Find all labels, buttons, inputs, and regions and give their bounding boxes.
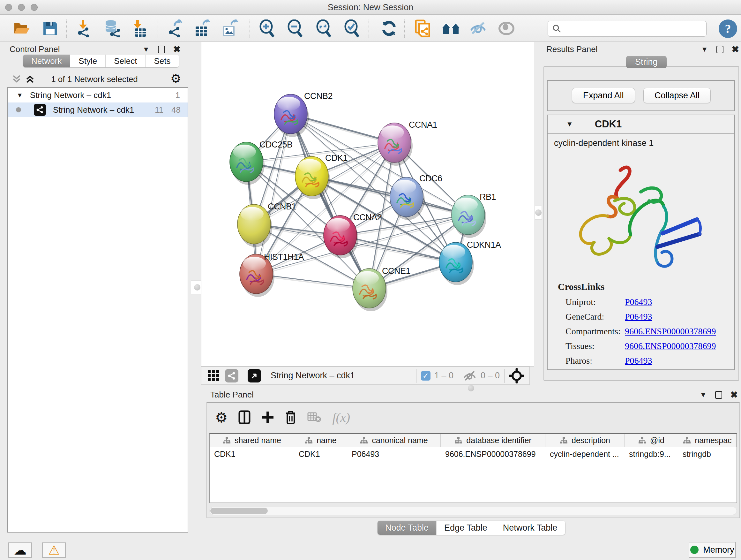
network-canvas[interactable]: CCNB2CCNA1CDC25BCDK1CDC6RB1CCNB1CCNA2CDK… bbox=[201, 42, 534, 367]
import-network-database-icon[interactable] bbox=[101, 18, 122, 39]
open-in-browser-icon[interactable] bbox=[248, 369, 261, 382]
table-panel-maximize-button[interactable] bbox=[715, 391, 722, 399]
network-share-icon[interactable] bbox=[225, 369, 239, 382]
results-panel-maximize-button[interactable] bbox=[717, 46, 724, 53]
table-cell[interactable]: CDK1 bbox=[210, 447, 294, 461]
table-panel-title: Table Panel bbox=[210, 390, 254, 400]
search-field[interactable] bbox=[548, 21, 706, 37]
toolbar-divider bbox=[404, 19, 405, 38]
gene-header[interactable]: ▼ CDK1 bbox=[548, 115, 734, 134]
control-panel-tabs: Network Style Select Sets bbox=[23, 55, 179, 67]
tab-style[interactable]: Style bbox=[70, 55, 106, 67]
table-cell[interactable]: cyclin-dependent ... bbox=[545, 447, 624, 461]
export-table-icon[interactable] bbox=[192, 18, 213, 39]
import-table-icon[interactable] bbox=[128, 18, 149, 39]
first-neighbors-icon[interactable] bbox=[441, 18, 461, 39]
create-column-icon[interactable] bbox=[261, 410, 274, 424]
new-network-from-selection-icon[interactable] bbox=[412, 18, 433, 39]
node-CCNB2[interactable]: CCNB2 bbox=[274, 91, 333, 137]
collapse-all-button[interactable]: Collapse All bbox=[643, 88, 711, 103]
hidden-elements-icon[interactable] bbox=[463, 370, 477, 381]
table-cell[interactable]: stringdb bbox=[678, 447, 737, 461]
tab-network[interactable]: Network bbox=[23, 55, 70, 67]
pan-mode-icon[interactable] bbox=[509, 368, 524, 383]
help-button[interactable]: ? bbox=[719, 19, 737, 38]
search-input[interactable] bbox=[564, 24, 706, 34]
function-builder-icon[interactable]: f(x) bbox=[332, 410, 350, 425]
cloud-icon: ☁ bbox=[14, 544, 26, 557]
zoom-fit-icon[interactable] bbox=[313, 18, 334, 39]
node-CCNA1[interactable]: CCNA1 bbox=[378, 120, 437, 166]
table-panel-float-button[interactable]: ▼ bbox=[700, 391, 707, 398]
zoom-out-icon[interactable] bbox=[285, 18, 306, 39]
show-all-icon[interactable] bbox=[496, 18, 517, 39]
table-cell[interactable]: CDK1 bbox=[294, 447, 347, 461]
column-header-name[interactable]: name bbox=[294, 434, 347, 447]
table-hscrollbar-thumb[interactable] bbox=[210, 508, 268, 514]
open-session-icon[interactable] bbox=[11, 18, 32, 39]
table-cell[interactable]: P06493 bbox=[347, 447, 441, 461]
collection-caret-icon[interactable]: ▼ bbox=[17, 91, 23, 99]
node-CCNE1[interactable]: CCNE1 bbox=[353, 266, 410, 311]
import-network-file-icon[interactable] bbox=[73, 18, 94, 39]
control-panel-maximize-button[interactable] bbox=[158, 46, 165, 53]
right-splitter-handle[interactable] bbox=[535, 206, 542, 220]
warnings-button[interactable]: ⚠ bbox=[42, 543, 66, 558]
tab-network-table[interactable]: Network Table bbox=[495, 521, 565, 535]
column-header--id[interactable]: @id bbox=[624, 434, 678, 447]
node-CCNA2[interactable]: CCNA2 bbox=[324, 212, 382, 258]
table-row[interactable]: CDK1CDK1P064939606.ENSP00000378699cyclin… bbox=[210, 447, 737, 461]
crosslink-link[interactable]: P06493 bbox=[625, 356, 652, 366]
table-settings-gear-icon[interactable]: ⚙ bbox=[215, 409, 227, 426]
node-HIST1H1A[interactable]: HIST1H1A bbox=[240, 252, 304, 297]
table-cell[interactable]: 9606.ENSP00000378699 bbox=[441, 447, 545, 461]
node-CDKN1A[interactable]: CDKN1A bbox=[439, 240, 501, 285]
network-collection-row[interactable]: ▼ String Network – cdk1 1 bbox=[8, 88, 188, 103]
status-bar: ☁ ⚠ Memory bbox=[0, 539, 741, 560]
export-network-icon[interactable] bbox=[165, 18, 186, 39]
column-header-database-identifier[interactable]: database identifier bbox=[441, 434, 545, 447]
edge-CCNB2-CCNE1[interactable] bbox=[291, 114, 369, 288]
node-CCNB1[interactable]: CCNB1 bbox=[238, 202, 296, 247]
delete-table-icon[interactable] bbox=[307, 412, 321, 423]
birds-eye-view-icon[interactable] bbox=[207, 369, 220, 382]
column-header-description[interactable]: description bbox=[545, 434, 624, 447]
network-row[interactable]: String Network – cdk1 11 48 bbox=[8, 103, 188, 117]
column-header-namespac[interactable]: namespac bbox=[678, 434, 737, 447]
show-columns-icon[interactable] bbox=[239, 410, 251, 424]
zoom-selected-icon[interactable] bbox=[341, 18, 362, 39]
crosslink-link[interactable]: 9606.ENSP00000378699 bbox=[625, 326, 716, 336]
control-panel-float-button[interactable]: ▼ bbox=[143, 46, 150, 53]
tab-sets[interactable]: Sets bbox=[145, 55, 179, 67]
delete-column-icon[interactable] bbox=[285, 410, 296, 425]
crosslink-link[interactable]: P06493 bbox=[625, 297, 652, 307]
cloud-status-button[interactable]: ☁ bbox=[8, 543, 32, 558]
column-header-canonical-name[interactable]: canonical name bbox=[347, 434, 441, 447]
expand-all-button[interactable]: Expand All bbox=[572, 88, 635, 103]
tab-node-table[interactable]: Node Table bbox=[378, 521, 436, 535]
refresh-icon[interactable] bbox=[379, 18, 400, 39]
crosslink-label: Pharos: bbox=[565, 356, 625, 366]
results-panel-close-button[interactable]: ✖ bbox=[732, 45, 739, 54]
control-panel-close-button[interactable]: ✖ bbox=[173, 45, 181, 54]
save-session-icon[interactable] bbox=[40, 18, 61, 39]
table-hscrollbar[interactable] bbox=[209, 507, 737, 515]
table-cell[interactable]: stringdb:9... bbox=[624, 447, 678, 461]
zoom-in-icon[interactable] bbox=[257, 18, 278, 39]
table-panel-close-button[interactable]: ✖ bbox=[731, 390, 738, 399]
tab-select[interactable]: Select bbox=[106, 55, 145, 67]
results-panel-float-button[interactable]: ▼ bbox=[701, 46, 708, 53]
tab-edge-table[interactable]: Edge Table bbox=[436, 521, 495, 535]
network-options-gear-icon[interactable]: ⚙ bbox=[171, 72, 181, 84]
column-header-shared-name[interactable]: shared name bbox=[210, 434, 294, 447]
gene-caret-icon[interactable]: ▼ bbox=[566, 120, 573, 128]
crosslink-link[interactable]: 9606.ENSP00000378699 bbox=[625, 341, 716, 351]
hide-selected-icon[interactable] bbox=[468, 18, 489, 39]
node-RB1[interactable]: RB1 bbox=[452, 192, 496, 238]
selected-nodes-checkbox[interactable]: ✓ bbox=[421, 371, 430, 381]
network-tree-toolbar: 1 of 1 Network selected ⚙ bbox=[0, 72, 189, 87]
memory-button[interactable]: Memory bbox=[689, 542, 736, 558]
tab-string[interactable]: String bbox=[626, 56, 667, 68]
export-image-icon[interactable] bbox=[219, 18, 241, 39]
crosslink-link[interactable]: P06493 bbox=[625, 312, 652, 322]
